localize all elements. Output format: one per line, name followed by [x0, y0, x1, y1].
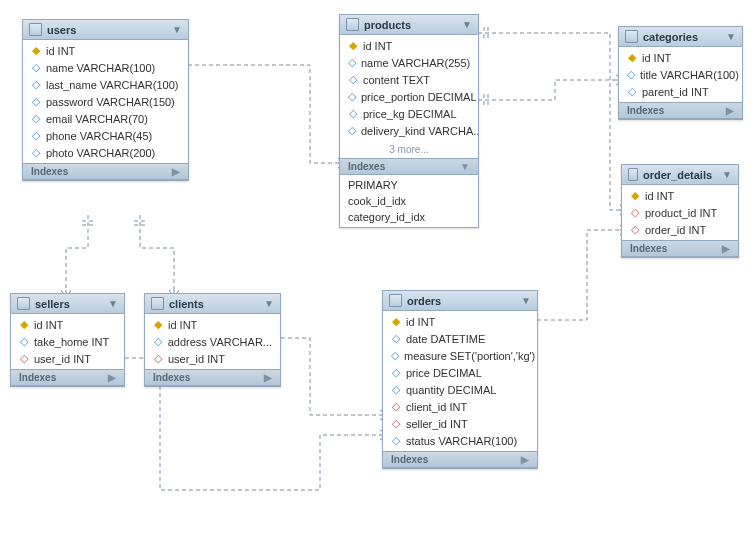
column-icon: ◇ [31, 129, 41, 142]
column-row[interactable]: ◇price DECIMAL [383, 364, 537, 381]
foreign-key-icon: ◇ [391, 400, 401, 413]
table-categories[interactable]: categories▼◆id INT◇title VARCHAR(100)◇pa… [618, 26, 743, 120]
column-label: take_home INT [34, 336, 109, 348]
column-row[interactable]: ◇name VARCHAR(100) [23, 59, 188, 76]
column-icon: ◇ [391, 383, 401, 396]
collapse-arrow-icon[interactable]: ▼ [462, 19, 472, 30]
foreign-key-icon: ◇ [630, 206, 640, 219]
table-header[interactable]: orders▼ [383, 291, 537, 311]
column-label: parent_id INT [642, 86, 709, 98]
indexes-section-header[interactable]: Indexes▶ [23, 163, 188, 180]
column-label: id INT [642, 52, 671, 64]
column-row[interactable]: ◇last_name VARCHAR(100) [23, 76, 188, 93]
collapse-arrow-icon[interactable]: ▼ [726, 31, 736, 42]
column-row[interactable]: ◇status VARCHAR(100) [383, 432, 537, 449]
table-title: users [47, 24, 76, 36]
column-row[interactable]: ◇user_id INT [145, 350, 280, 367]
column-icon: ◇ [391, 332, 401, 345]
table-header[interactable]: order_details▼ [622, 165, 738, 185]
column-row[interactable]: ◇phone VARCHAR(45) [23, 127, 188, 144]
column-row[interactable]: ◇take_home INT [11, 333, 124, 350]
table-orders[interactable]: orders▼◆id INT◇date DATETIME◇measure SET… [382, 290, 538, 469]
more-columns-indicator[interactable]: 3 more... [340, 141, 478, 158]
column-row[interactable]: ◇measure SET('portion','kg') [383, 347, 537, 364]
collapse-arrow-icon[interactable]: ▼ [172, 24, 182, 35]
foreign-key-icon: ◇ [19, 352, 29, 365]
table-clients[interactable]: clients▼◆id INT◇address VARCHAR...◇user_… [144, 293, 281, 387]
column-row[interactable]: ◇title VARCHAR(100) [619, 66, 742, 83]
column-row[interactable]: ◇product_id INT [622, 204, 738, 221]
column-row[interactable]: ◆id INT [383, 313, 537, 330]
column-row[interactable]: ◇price_portion DECIMAL [340, 88, 478, 105]
indexes-section-header[interactable]: Indexes▼ [340, 158, 478, 175]
expand-arrow-icon[interactable]: ▶ [108, 372, 116, 383]
table-products[interactable]: products▼◆id INT◇name VARCHAR(255)◇conte… [339, 14, 479, 228]
table-title: clients [169, 298, 204, 310]
indexes-label: Indexes [153, 372, 190, 383]
table-header[interactable]: sellers▼ [11, 294, 124, 314]
expand-arrow-icon[interactable]: ▼ [460, 161, 470, 172]
indexes-section-header[interactable]: Indexes▶ [619, 102, 742, 119]
column-row[interactable]: ◇quantity DECIMAL [383, 381, 537, 398]
collapse-arrow-icon[interactable]: ▼ [264, 298, 274, 309]
expand-arrow-icon[interactable]: ▶ [264, 372, 272, 383]
column-row[interactable]: ◇seller_id INT [383, 415, 537, 432]
column-row[interactable]: ◆id INT [23, 42, 188, 59]
foreign-key-icon: ◇ [153, 352, 163, 365]
column-label: id INT [645, 190, 674, 202]
column-label: name VARCHAR(255) [361, 57, 470, 69]
collapse-arrow-icon[interactable]: ▼ [108, 298, 118, 309]
column-row[interactable]: ◇price_kg DECIMAL [340, 105, 478, 122]
column-row[interactable]: ◇email VARCHAR(70) [23, 110, 188, 127]
table-icon [151, 297, 164, 310]
collapse-arrow-icon[interactable]: ▼ [521, 295, 531, 306]
column-row[interactable]: ◇user_id INT [11, 350, 124, 367]
collapse-arrow-icon[interactable]: ▼ [722, 169, 732, 180]
expand-arrow-icon[interactable]: ▶ [172, 166, 180, 177]
column-label: product_id INT [645, 207, 717, 219]
column-row[interactable]: ◆id INT [340, 37, 478, 54]
column-row[interactable]: ◇photo VARCHAR(200) [23, 144, 188, 161]
column-row[interactable]: ◇content TEXT [340, 71, 478, 88]
column-row[interactable]: ◇order_id INT [622, 221, 738, 238]
table-header[interactable]: clients▼ [145, 294, 280, 314]
table-order_details[interactable]: order_details▼◆id INT◇product_id INT◇ord… [621, 164, 739, 258]
table-header[interactable]: categories▼ [619, 27, 742, 47]
expand-arrow-icon[interactable]: ▶ [722, 243, 730, 254]
index-row[interactable]: category_id_idx [340, 209, 478, 225]
column-row[interactable]: ◇address VARCHAR... [145, 333, 280, 350]
foreign-key-icon: ◇ [391, 417, 401, 430]
primary-key-icon: ◆ [348, 39, 358, 52]
indexes-section-header[interactable]: Indexes▶ [145, 369, 280, 386]
table-users[interactable]: users▼◆id INT◇name VARCHAR(100)◇last_nam… [22, 19, 189, 181]
column-label: price DECIMAL [406, 367, 482, 379]
indexes-section-header[interactable]: Indexes▶ [383, 451, 537, 468]
expand-arrow-icon[interactable]: ▶ [521, 454, 529, 465]
column-row[interactable]: ◇delivery_kind VARCHA... [340, 122, 478, 139]
table-header[interactable]: users▼ [23, 20, 188, 40]
index-row[interactable]: cook_id_idx [340, 193, 478, 209]
column-row[interactable]: ◇date DATETIME [383, 330, 537, 347]
table-header[interactable]: products▼ [340, 15, 478, 35]
table-title: sellers [35, 298, 70, 310]
column-row[interactable]: ◇name VARCHAR(255) [340, 54, 478, 71]
column-label: id INT [46, 45, 75, 57]
column-row[interactable]: ◇client_id INT [383, 398, 537, 415]
column-icon: ◇ [391, 349, 399, 362]
index-row[interactable]: PRIMARY [340, 177, 478, 193]
column-label: email VARCHAR(70) [46, 113, 148, 125]
table-sellers[interactable]: sellers▼◆id INT◇take_home INT◇user_id IN… [10, 293, 125, 387]
column-row[interactable]: ◆id INT [622, 187, 738, 204]
column-icon: ◇ [153, 335, 163, 348]
column-row[interactable]: ◆id INT [145, 316, 280, 333]
column-icon: ◇ [627, 85, 637, 98]
indexes-section-header[interactable]: Indexes▶ [11, 369, 124, 386]
column-row[interactable]: ◆id INT [11, 316, 124, 333]
column-icon: ◇ [348, 107, 358, 120]
column-row[interactable]: ◇parent_id INT [619, 83, 742, 100]
column-row[interactable]: ◇password VARCHAR(150) [23, 93, 188, 110]
column-label: seller_id INT [406, 418, 468, 430]
indexes-section-header[interactable]: Indexes▶ [622, 240, 738, 257]
column-row[interactable]: ◆id INT [619, 49, 742, 66]
expand-arrow-icon[interactable]: ▶ [726, 105, 734, 116]
